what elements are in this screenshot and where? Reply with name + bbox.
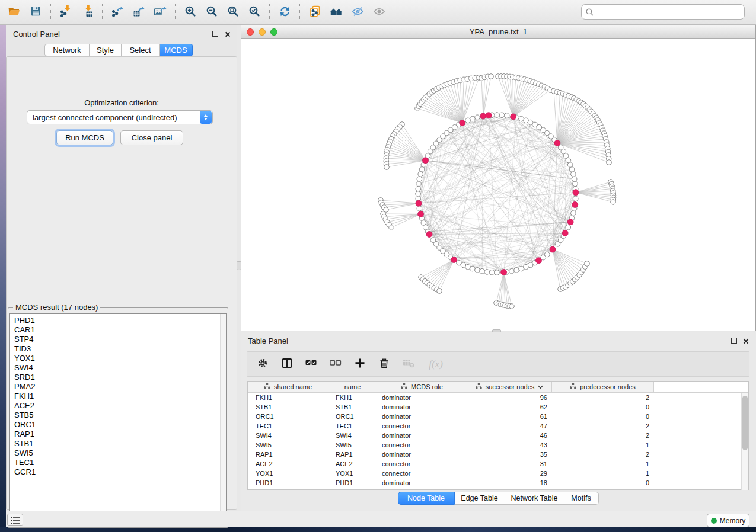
table-cell: 2 [552, 432, 654, 439]
table-cell: 61 [467, 413, 552, 420]
network-window-titlebar[interactable]: YPA_prune.txt_1 [241, 25, 755, 39]
table-row[interactable]: SWI4SWI4dominator462 [248, 431, 748, 440]
apply-layout-button[interactable] [274, 2, 295, 23]
mcds-result-item[interactable]: ACE2 [14, 401, 226, 411]
delete-table-button[interactable] [401, 357, 416, 371]
close-panel-button[interactable]: Close panel [120, 130, 183, 145]
open-session-button[interactable] [4, 2, 25, 23]
search-box[interactable] [581, 4, 745, 20]
table-row[interactable]: YOX1YOX1connector291 [248, 469, 748, 478]
mcds-result-item[interactable]: STB1 [14, 439, 226, 448]
task-history-button[interactable] [7, 514, 23, 526]
table-row[interactable]: FKH1FKH1dominator962 [248, 393, 748, 402]
column-header-name[interactable]: name [328, 382, 377, 392]
show-columns-button[interactable] [280, 357, 294, 371]
zoom-fit-button[interactable] [222, 2, 244, 23]
table-toolbar: f(x) [247, 351, 749, 377]
mcds-result-item[interactable]: RAP1 [14, 430, 226, 439]
zoom-in-button[interactable] [180, 2, 201, 23]
mcds-result-group: MCDS result (17 nodes) PHD1CAR1STP4TID3Y… [8, 307, 228, 528]
import-table-button[interactable] [76, 2, 98, 23]
show-all-button[interactable] [368, 2, 390, 23]
table-row[interactable]: RAP1RAP1dominator352 [248, 450, 748, 459]
create-column-button[interactable] [353, 357, 367, 371]
dropdown-stepper-icon [200, 111, 212, 124]
mcds-result-item[interactable]: SWI4 [14, 363, 226, 373]
mcds-result-list[interactable]: PHD1CAR1STP4TID3YOX1SWI4SRD1PMA2FKH1ACE2… [9, 313, 227, 526]
table-cell: 0 [552, 479, 654, 486]
table-cell: TEC1 [328, 422, 377, 430]
export-network-button[interactable] [107, 2, 128, 23]
mcds-result-item[interactable]: PMA2 [14, 382, 226, 392]
delete-columns-icon [379, 358, 390, 371]
mcds-result-item[interactable]: YOX1 [14, 354, 226, 363]
mcds-result-scrollbar[interactable] [220, 314, 226, 525]
save-session-button[interactable] [25, 2, 46, 23]
column-header-label: name [344, 383, 361, 390]
table-scrollbar-thumb[interactable] [742, 396, 748, 450]
memory-button[interactable]: Memory [707, 514, 749, 527]
column-header-successor-nodes[interactable]: successor nodes [467, 382, 552, 392]
hide-selected-button[interactable] [347, 2, 368, 23]
mcds-result-item[interactable]: CAR1 [14, 325, 226, 335]
mcds-result-item[interactable]: ORC1 [14, 420, 226, 430]
zoom-out-button[interactable] [201, 2, 222, 23]
tab-network[interactable]: Network [44, 44, 90, 56]
new-network-from-selection-button[interactable] [304, 2, 326, 23]
function-builder-icon: f(x) [429, 358, 443, 370]
select-all-button[interactable] [304, 357, 318, 371]
mcds-result-title: MCDS result (17 nodes) [13, 303, 100, 312]
clear-selection-button[interactable] [328, 357, 343, 371]
table-row[interactable]: TEC1TEC1connector472 [248, 421, 748, 431]
tab-edge-table[interactable]: Edge Table [455, 492, 505, 505]
column-header-predecessor-nodes[interactable]: predecessor nodes [552, 382, 654, 392]
network-canvas[interactable] [241, 39, 755, 331]
network-graph[interactable] [241, 39, 755, 331]
tab-style[interactable]: Style [90, 44, 122, 56]
table-row[interactable]: ORC1ORC1dominator610 [248, 412, 748, 421]
table-row[interactable]: SWI5SWI5connector431 [248, 440, 748, 450]
tab-motifs[interactable]: Motifs [564, 492, 599, 505]
node-table: shared namenameMCDS rolesuccessor nodesp… [247, 381, 749, 490]
run-mcds-button[interactable]: Run MCDS [56, 130, 113, 145]
mcds-result-item[interactable]: SWI5 [14, 448, 226, 458]
search-input[interactable] [594, 8, 744, 17]
table-row[interactable]: ACE2ACE2connector311 [248, 459, 748, 469]
mcds-result-item[interactable]: TID3 [14, 344, 226, 354]
table-panel-float-icon[interactable] [731, 338, 737, 344]
column-header-MCDS-role[interactable]: MCDS role [377, 382, 467, 392]
mcds-result-item[interactable]: TEC1 [14, 458, 226, 467]
close-icon [225, 31, 231, 37]
mcds-result-item[interactable]: FKH1 [14, 392, 226, 401]
table-options-button[interactable] [256, 357, 270, 371]
control-panel-close-icon[interactable] [224, 30, 231, 37]
import-network-button[interactable] [55, 2, 76, 23]
sort-chevron-icon [538, 383, 543, 390]
table-scrollbar[interactable] [741, 393, 748, 490]
table-row[interactable]: STB1STB1dominator620 [248, 402, 748, 412]
function-builder-button[interactable]: f(x) [426, 357, 446, 371]
mcds-result-item[interactable]: STP4 [14, 335, 226, 344]
export-image-button[interactable] [149, 2, 171, 23]
zoom-selected-button[interactable] [244, 2, 265, 23]
first-neighbors-button[interactable] [326, 2, 347, 23]
table-row[interactable]: PHD1PHD1dominator180 [248, 478, 748, 488]
mcds-result-item[interactable]: SRD1 [14, 373, 226, 382]
tab-mcds[interactable]: MCDS [160, 44, 193, 56]
vertical-splitter-handle[interactable] [237, 261, 241, 270]
tab-node-table[interactable]: Node Table [398, 492, 455, 505]
table-panel-close-icon[interactable] [742, 337, 749, 344]
mcds-result-item[interactable]: STB5 [14, 411, 226, 420]
tab-select[interactable]: Select [122, 44, 160, 56]
mcds-result-item[interactable]: GCR1 [14, 467, 226, 477]
table-cell: SWI4 [248, 432, 328, 439]
mcds-result-item[interactable]: PHD1 [14, 316, 226, 325]
tab-network-table[interactable]: Network Table [505, 492, 564, 505]
control-panel-float-icon[interactable] [212, 31, 218, 37]
export-table-button[interactable] [128, 2, 149, 23]
delete-columns-button[interactable] [377, 357, 391, 371]
first-neighbors-icon [330, 6, 343, 18]
column-header-shared-name[interactable]: shared name [248, 382, 328, 392]
zoom-selected-icon [248, 5, 260, 19]
criterion-dropdown[interactable]: largest connected component (undirected) [27, 110, 213, 124]
